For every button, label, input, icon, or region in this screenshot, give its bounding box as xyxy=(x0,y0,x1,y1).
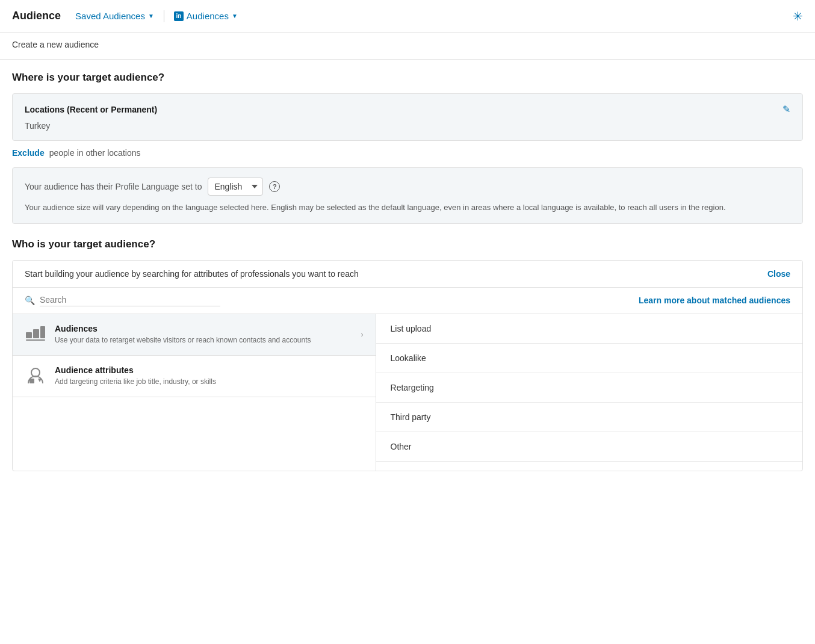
nav-divider xyxy=(164,10,164,22)
linkedin-icon: in xyxy=(174,11,184,21)
svg-rect-1 xyxy=(33,329,39,338)
location-card: Locations (Recent or Permanent) ✎ Turkey xyxy=(12,93,803,141)
audiences-chevron-icon: ▼ xyxy=(232,13,238,19)
attributes-category-desc: Add targeting criteria like job title, i… xyxy=(55,377,364,387)
who-section: Who is your target audience? Start build… xyxy=(12,238,803,471)
exclude-row: Exclude people in other locations xyxy=(12,148,803,158)
where-section: Where is your target audience? Locations… xyxy=(12,72,803,224)
language-help-icon[interactable]: ? xyxy=(269,181,280,192)
language-row: Your audience has their Profile Language… xyxy=(25,178,790,196)
subcategory-third-party[interactable]: Third party xyxy=(376,403,802,432)
builder-header: Start building your audience by searchin… xyxy=(13,261,802,288)
search-icon: 🔍 xyxy=(25,296,35,305)
svg-rect-0 xyxy=(26,332,32,338)
svg-rect-3 xyxy=(26,339,45,341)
language-prefix-label: Your audience has their Profile Language… xyxy=(25,182,202,191)
exclude-link[interactable]: Exclude xyxy=(12,148,45,158)
edit-icon[interactable]: ✎ xyxy=(782,104,790,115)
category-audiences[interactable]: Audiences Use your data to retarget webs… xyxy=(13,314,376,356)
create-audience-link[interactable]: Create a new audience xyxy=(12,40,99,49)
audiences-category-desc: Use your data to retarget website visito… xyxy=(55,335,353,345)
close-button[interactable]: Close xyxy=(767,269,790,279)
svg-point-4 xyxy=(31,368,40,377)
who-section-title: Who is your target audience? xyxy=(12,238,803,250)
saved-audiences-label: Saved Audiences xyxy=(75,11,145,21)
category-audience-attributes[interactable]: Audience attributes Add targeting criter… xyxy=(13,356,376,397)
attributes-category-icon xyxy=(25,365,46,387)
exclude-text: people in other locations xyxy=(49,148,141,158)
audiences-category-name: Audiences xyxy=(55,324,353,333)
location-card-title: Locations (Recent or Permanent) xyxy=(25,105,157,114)
audiences-category-icon xyxy=(25,324,46,345)
audiences-chevron-icon: › xyxy=(361,330,364,339)
svg-rect-5 xyxy=(29,379,34,383)
saved-audiences-chevron-icon: ▼ xyxy=(148,13,154,19)
builder-header-text: Start building your audience by searchin… xyxy=(25,269,359,279)
subcategory-lookalike[interactable]: Lookalike xyxy=(376,344,802,373)
header: Audience Saved Audiences ▼ in Audiences … xyxy=(0,0,815,33)
subcategory-retargeting[interactable]: Retargeting xyxy=(376,373,802,403)
language-card: Your audience has their Profile Language… xyxy=(12,167,803,224)
location-card-header: Locations (Recent or Permanent) ✎ xyxy=(25,104,790,115)
search-input-wrapper: 🔍 xyxy=(25,295,639,306)
location-value: Turkey xyxy=(25,121,50,131)
audience-builder-card: Start building your audience by searchin… xyxy=(12,260,803,471)
main-content: Where is your target audience? Locations… xyxy=(0,60,815,483)
audiences-label: Audiences xyxy=(187,11,229,21)
svg-marker-6 xyxy=(38,379,42,382)
saved-audiences-link[interactable]: Saved Audiences ▼ xyxy=(70,8,159,23)
search-row: 🔍 Learn more about matched audiences xyxy=(13,288,802,314)
categories-right: List upload Lookalike Retargeting Third … xyxy=(376,314,802,471)
audiences-link[interactable]: in Audiences ▼ xyxy=(169,8,243,23)
audiences-category-text: Audiences Use your data to retarget webs… xyxy=(55,324,353,345)
page-title: Audience xyxy=(12,10,61,22)
attributes-category-name: Audience attributes xyxy=(55,365,364,375)
learn-more-link[interactable]: Learn more about matched audiences xyxy=(639,296,790,305)
subcategory-other[interactable]: Other xyxy=(376,432,802,462)
language-note: Your audience size will vary depending o… xyxy=(25,202,790,214)
header-actions: ✳ xyxy=(793,9,803,23)
attributes-category-text: Audience attributes Add targeting criter… xyxy=(55,365,364,387)
search-input[interactable] xyxy=(40,295,220,306)
categories-container: Audiences Use your data to retarget webs… xyxy=(13,314,802,471)
subcategory-list-upload[interactable]: List upload xyxy=(376,314,802,344)
sub-header: Create a new audience xyxy=(0,33,815,60)
bulb-icon[interactable]: ✳ xyxy=(793,10,803,23)
svg-rect-2 xyxy=(40,326,45,338)
where-section-title: Where is your target audience? xyxy=(12,72,803,84)
categories-left: Audiences Use your data to retarget webs… xyxy=(13,314,376,471)
language-select[interactable]: English Spanish French German Chinese Tu… xyxy=(208,178,263,196)
header-nav: Saved Audiences ▼ in Audiences ▼ xyxy=(70,8,243,23)
